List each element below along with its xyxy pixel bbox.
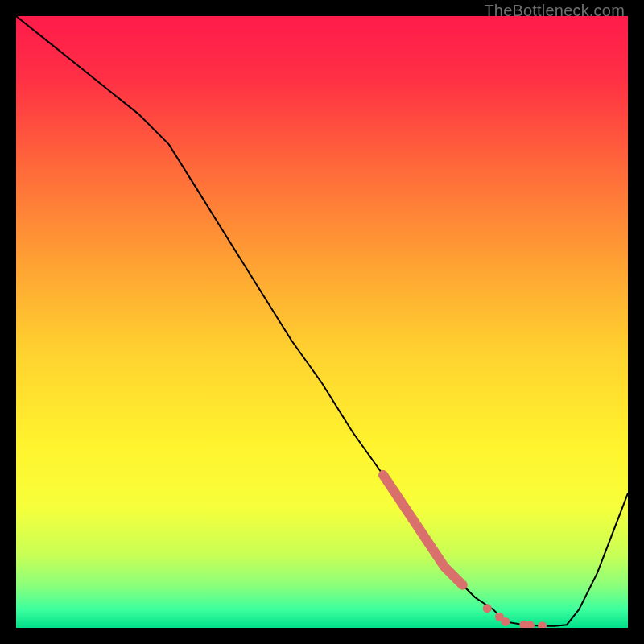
highlight-dot — [502, 617, 510, 626]
chart-background — [16, 16, 628, 628]
highlight-dot — [483, 604, 492, 613]
chart-frame — [16, 16, 628, 628]
bottleneck-chart — [16, 16, 628, 628]
